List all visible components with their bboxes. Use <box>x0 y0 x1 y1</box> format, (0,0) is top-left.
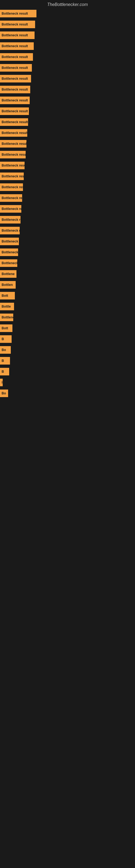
bar-label-30: B <box>2 337 4 341</box>
bar-label-22: Bottleneck r <box>2 250 18 254</box>
bottleneck-bar-21[interactable]: Bottleneck result <box>0 238 19 245</box>
bar-row: Bottle <box>0 303 135 310</box>
bottleneck-bar-35[interactable]: Bo <box>0 390 8 397</box>
bottleneck-bar-0[interactable]: Bottleneck result <box>0 10 37 18</box>
bar-label-33: B <box>2 370 4 373</box>
bar-label-34: I <box>2 380 2 384</box>
bottleneck-bar-31[interactable]: Bo <box>0 346 11 354</box>
bottleneck-bar-19[interactable]: Bottleneck resu <box>0 216 20 223</box>
bar-label-0: Bottleneck result <box>2 12 28 16</box>
bottleneck-bar-14[interactable]: Bottleneck result <box>0 162 25 169</box>
bar-row: Bottleneck res <box>0 227 135 235</box>
bar-label-21: Bottleneck result <box>2 240 19 243</box>
bar-label-27: Bottle <box>2 305 11 308</box>
bar-row: Bottleneck result <box>0 173 135 180</box>
bottleneck-bar-32[interactable]: B <box>0 357 10 365</box>
bottleneck-bar-20[interactable]: Bottleneck res <box>0 227 20 235</box>
bar-row: Bottleneck resu <box>0 259 135 267</box>
bottleneck-bar-13[interactable]: Bottleneck result <box>0 151 26 158</box>
bottleneck-bar-28[interactable]: Bottlenec <box>0 314 13 321</box>
bar-row: Bottleneck resu <box>0 194 135 202</box>
bottleneck-bar-29[interactable]: Bott <box>0 324 12 332</box>
bottleneck-bar-4[interactable]: Bottleneck result <box>0 53 33 61</box>
bars-container: Bottleneck resultBottleneck resultBottle… <box>0 10 135 397</box>
bar-label-8: Bottleneck result <box>2 98 28 102</box>
bottleneck-bar-2[interactable]: Bottleneck result <box>0 31 35 39</box>
bottleneck-bar-6[interactable]: Bottleneck result <box>0 75 31 83</box>
bar-label-31: Bo <box>2 348 6 352</box>
bottleneck-bar-27[interactable]: Bottle <box>0 303 14 310</box>
bottleneck-bar-1[interactable]: Bottleneck result <box>0 21 35 28</box>
bar-row: Bottleneck result <box>0 118 135 126</box>
bottleneck-bar-23[interactable]: Bottleneck resu <box>0 259 17 267</box>
bar-row: Bottleneck result <box>0 10 135 18</box>
bottleneck-bar-26[interactable]: Bott <box>0 292 15 300</box>
bar-label-11: Bottleneck result <box>2 131 27 135</box>
bar-label-1: Bottleneck result <box>2 23 28 26</box>
bar-label-14: Bottleneck result <box>2 163 25 167</box>
bar-row: Bottleneck result <box>0 75 135 83</box>
bar-row: Bottleneck result <box>0 183 135 191</box>
bar-row: Bottleneck result <box>0 97 135 104</box>
bar-label-26: Bott <box>2 294 8 298</box>
bar-row: Bottleneck result <box>0 53 135 61</box>
bar-label-18: Bottleneck re <box>2 207 21 211</box>
bottleneck-bar-9[interactable]: Bottleneck result <box>0 107 29 115</box>
bar-row: Bo <box>0 346 135 354</box>
bar-row: Bott <box>0 292 135 300</box>
bottleneck-bar-17[interactable]: Bottleneck resu <box>0 194 22 202</box>
bar-label-4: Bottleneck result <box>2 55 28 59</box>
bar-label-19: Bottleneck resu <box>2 218 20 222</box>
bar-label-32: B <box>2 359 4 363</box>
bottleneck-bar-10[interactable]: Bottleneck result <box>0 118 28 126</box>
bar-row: Bottlene <box>0 270 135 278</box>
bar-row: Bottlen <box>0 281 135 289</box>
bar-row: I <box>0 379 135 386</box>
bottleneck-bar-25[interactable]: Bottlen <box>0 281 16 289</box>
bar-row: Bottleneck result <box>0 42 135 50</box>
bar-row: Bottleneck result <box>0 238 135 245</box>
bar-label-17: Bottleneck resu <box>2 196 22 200</box>
bar-label-29: Bott <box>2 326 8 330</box>
bar-label-13: Bottleneck result <box>2 153 26 156</box>
bar-label-15: Bottleneck result <box>2 175 24 178</box>
bar-row: B <box>0 335 135 343</box>
bar-row: B <box>0 368 135 375</box>
bar-label-9: Bottleneck result <box>2 109 28 113</box>
bar-row: Bottleneck result <box>0 31 135 39</box>
bottleneck-bar-15[interactable]: Bottleneck result <box>0 173 24 180</box>
bar-row: Bottleneck result <box>0 129 135 137</box>
bar-row: Bottleneck result <box>0 21 135 28</box>
bottleneck-bar-18[interactable]: Bottleneck re <box>0 205 21 213</box>
site-header: TheBottlenecker.com <box>0 0 135 10</box>
bottleneck-bar-12[interactable]: Bottleneck result <box>0 140 27 148</box>
bar-label-12: Bottleneck result <box>2 142 27 146</box>
bar-label-2: Bottleneck result <box>2 33 28 37</box>
bar-row: Bo <box>0 390 135 397</box>
bar-label-7: Bottleneck result <box>2 88 28 91</box>
bottleneck-bar-7[interactable]: Bottleneck result <box>0 86 30 93</box>
bottleneck-bar-5[interactable]: Bottleneck result <box>0 64 32 72</box>
bar-label-23: Bottleneck resu <box>2 261 17 265</box>
bar-row: Bottleneck result <box>0 151 135 158</box>
bar-label-10: Bottleneck result <box>2 120 28 124</box>
bottleneck-bar-34[interactable]: I <box>0 379 3 386</box>
bar-label-25: Bottlen <box>2 283 13 287</box>
bottleneck-bar-3[interactable]: Bottleneck result <box>0 42 34 50</box>
bar-label-3: Bottleneck result <box>2 44 28 48</box>
bar-label-16: Bottleneck result <box>2 185 23 189</box>
bar-label-35: Bo <box>2 392 6 395</box>
bottleneck-bar-16[interactable]: Bottleneck result <box>0 183 23 191</box>
bar-row: Bottleneck resu <box>0 216 135 223</box>
bar-label-5: Bottleneck result <box>2 66 28 70</box>
bar-row: Bottleneck r <box>0 248 135 256</box>
site-title: TheBottlenecker.com <box>0 0 135 10</box>
bar-row: B <box>0 357 135 365</box>
bottleneck-bar-22[interactable]: Bottleneck r <box>0 248 18 256</box>
bottleneck-bar-24[interactable]: Bottlene <box>0 270 16 278</box>
bottleneck-bar-8[interactable]: Bottleneck result <box>0 97 30 104</box>
bottleneck-bar-33[interactable]: B <box>0 368 9 375</box>
bottleneck-bar-11[interactable]: Bottleneck result <box>0 129 27 137</box>
bottleneck-bar-30[interactable]: B <box>0 335 12 343</box>
bar-row: Bottleneck result <box>0 86 135 93</box>
